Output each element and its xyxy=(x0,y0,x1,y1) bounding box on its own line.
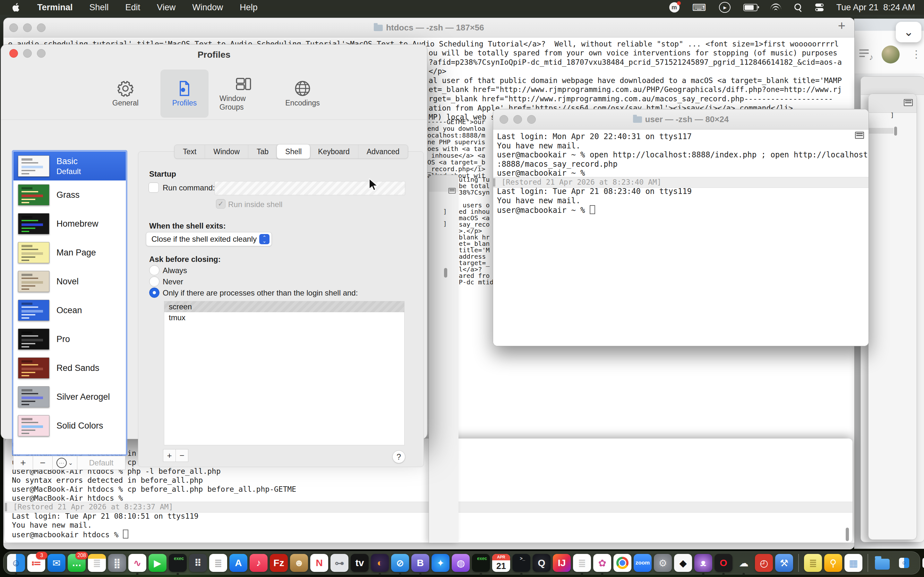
dock-textedit[interactable]: ≣ xyxy=(209,554,228,572)
profile-row-homebrew[interactable]: Homebrew xyxy=(13,210,126,238)
profile-row-silver-aerogel[interactable]: Silver Aerogel xyxy=(13,382,126,411)
battery-icon[interactable] xyxy=(743,4,758,11)
album-art-avatar[interactable] xyxy=(882,45,900,63)
dock-inkscape[interactable]: ◆ xyxy=(674,554,692,572)
dock-app-store[interactable]: A xyxy=(229,554,248,572)
user-titlebar[interactable]: user — -zsh — 80×24 xyxy=(493,109,869,129)
profile-actions-menu-button[interactable]: ··· ⌄ xyxy=(53,456,78,470)
dock-contacts[interactable]: ☻ xyxy=(290,554,309,572)
user-terminal-content[interactable]: Last login: Mon Apr 20 22:40:31 on ttys1… xyxy=(493,129,869,346)
dock-calendar[interactable]: APR21 xyxy=(492,554,510,572)
tab-tab[interactable]: Tab xyxy=(248,145,277,158)
dock-opera[interactable]: O xyxy=(714,554,733,572)
remove-profile-button[interactable]: − xyxy=(33,456,53,470)
dock-news[interactable]: N xyxy=(310,554,328,572)
spotlight-search-icon[interactable] xyxy=(794,3,803,11)
remove-process-button[interactable]: − xyxy=(176,449,188,462)
dock-minimized-window-1[interactable]: ☺ xyxy=(898,554,911,572)
menu-item-window[interactable]: Window xyxy=(192,3,223,13)
dock-chrome[interactable] xyxy=(613,554,632,572)
menu-item-view[interactable]: View xyxy=(157,3,176,13)
dock-iterm[interactable]: >_ xyxy=(512,554,531,572)
dock-paint[interactable]: ✿ xyxy=(593,554,612,572)
apple-menu[interactable] xyxy=(12,3,21,12)
profile-list[interactable]: BasicDefaultGrassHomebrewMan PageNovelOc… xyxy=(13,151,126,455)
tab-window[interactable]: Window xyxy=(205,145,248,158)
wifi-icon[interactable] xyxy=(771,3,781,11)
dock-podcasts[interactable]: ◍ xyxy=(451,554,470,572)
playlist-queue-icon[interactable] xyxy=(859,49,873,60)
dock-notes[interactable]: ≣ xyxy=(87,554,106,572)
run-inside-shell-checkbox[interactable]: ✓ xyxy=(216,199,226,209)
process-row-screen[interactable]: screen xyxy=(164,301,404,312)
dock-music[interactable]: ♪ xyxy=(249,554,268,572)
status-app-icon[interactable]: m xyxy=(669,2,680,13)
dock-finder[interactable]: ☺ xyxy=(7,554,25,572)
dock-network-blocker[interactable]: ⊘ xyxy=(391,554,409,572)
help-button[interactable]: ? xyxy=(393,450,405,463)
dock-intellij[interactable]: IJ xyxy=(552,554,571,572)
dock-minimized-window-2[interactable]: ☺ xyxy=(921,554,924,572)
dock-zoom[interactable]: zoom xyxy=(633,554,652,572)
scrollbar-thumb[interactable] xyxy=(894,127,897,135)
terminal-window-user[interactable]: user — -zsh — 80×24 Last login: Mon Apr … xyxy=(493,109,869,346)
dock-bbedit[interactable]: B xyxy=(411,554,430,572)
menu-bar-clock[interactable]: Tue Apr 21 8:24 AM xyxy=(837,3,915,13)
dock-quicktime[interactable]: Q xyxy=(532,554,551,572)
toolbar-item-profiles[interactable]: Profiles xyxy=(160,69,208,118)
more-menu-icon[interactable]: ⋮ xyxy=(911,48,921,60)
toolbar-item-general[interactable]: General xyxy=(102,69,150,118)
menu-app-name[interactable]: Terminal xyxy=(37,3,73,13)
profile-row-red-sands[interactable]: Red Sands xyxy=(13,354,126,382)
tab-keyboard[interactable]: Keyboard xyxy=(310,145,358,158)
menu-item-edit[interactable]: Edit xyxy=(126,3,141,13)
dock-filezilla[interactable]: Fz xyxy=(270,554,288,572)
dock-calculator-keypad[interactable]: ⠿ xyxy=(189,554,207,572)
profile-row-solid-colors[interactable]: Solid Colors xyxy=(13,411,126,440)
toolbar-item-encodings[interactable]: Encodings xyxy=(278,69,326,118)
dock-mail[interactable]: ✉ xyxy=(47,554,66,572)
dock-gauge-app[interactable]: ◴ xyxy=(754,554,773,572)
profile-row-pro[interactable]: Pro xyxy=(13,325,126,354)
profile-row-man-page[interactable]: Man Page xyxy=(13,238,126,267)
profile-row-grass[interactable]: Grass xyxy=(13,181,126,210)
radio-only-if-processes[interactable] xyxy=(149,287,160,298)
process-row-tmux[interactable]: tmux xyxy=(164,312,404,323)
dock-terminal[interactable]: exec xyxy=(168,554,187,572)
dock-cat-app[interactable]: ᴥ xyxy=(694,554,712,572)
new-tab-button[interactable]: + xyxy=(838,19,845,33)
dock-blue-folder[interactable] xyxy=(873,554,892,572)
background-terminal-window-near[interactable]: ] xyxy=(868,93,917,540)
tab-shell[interactable]: Shell xyxy=(277,145,310,159)
keyboard-status-icon[interactable]: ⌨ xyxy=(692,2,706,13)
playback-status-icon[interactable]: ▶ xyxy=(719,2,730,13)
dock-firefox[interactable]: ◐ xyxy=(371,554,389,572)
dock-freeform[interactable]: ∿ xyxy=(128,554,147,572)
dock-system-settings[interactable]: ⚙ xyxy=(654,554,672,572)
dock-stickies-file[interactable]: ≣ xyxy=(804,554,822,572)
shell-exits-popup[interactable]: Close if the shell exited cleanly ⌃⌄ xyxy=(146,232,272,246)
menu-item-shell[interactable]: Shell xyxy=(89,3,109,13)
chevron-down-button[interactable]: ⌄ xyxy=(896,22,921,42)
scrollbar-thumb[interactable] xyxy=(444,268,447,277)
radio-never[interactable] xyxy=(149,276,160,287)
dock-messages[interactable]: …208 xyxy=(67,554,86,572)
run-command-checkbox[interactable] xyxy=(149,182,159,193)
dock-xcode[interactable]: ⚒ xyxy=(775,554,793,572)
profile-row-novel[interactable]: Novel xyxy=(13,267,126,296)
tab-advanced[interactable]: Advanced xyxy=(359,145,408,158)
dock-facetime[interactable]: ▶ xyxy=(148,554,167,572)
dock-reminders[interactable]: ≔3 xyxy=(27,554,45,572)
control-center-icon[interactable] xyxy=(815,3,824,11)
scrollbar-thumb[interactable] xyxy=(846,528,849,541)
add-process-button[interactable]: + xyxy=(163,449,176,462)
menu-item-help[interactable]: Help xyxy=(240,3,258,13)
tab-text[interactable]: Text xyxy=(174,145,205,158)
dock-media-file[interactable]: ▦ xyxy=(844,554,863,572)
dock-safari[interactable]: ✦ xyxy=(431,554,450,572)
dock-launchpad[interactable]: ⣿ xyxy=(108,554,126,572)
default-button[interactable]: Default xyxy=(78,456,126,470)
dock-lightbulb-file[interactable]: ⚲ xyxy=(824,554,843,572)
dock-white-shape-app[interactable]: ☁ xyxy=(734,554,753,572)
dock-document[interactable]: ≣ xyxy=(573,554,591,572)
